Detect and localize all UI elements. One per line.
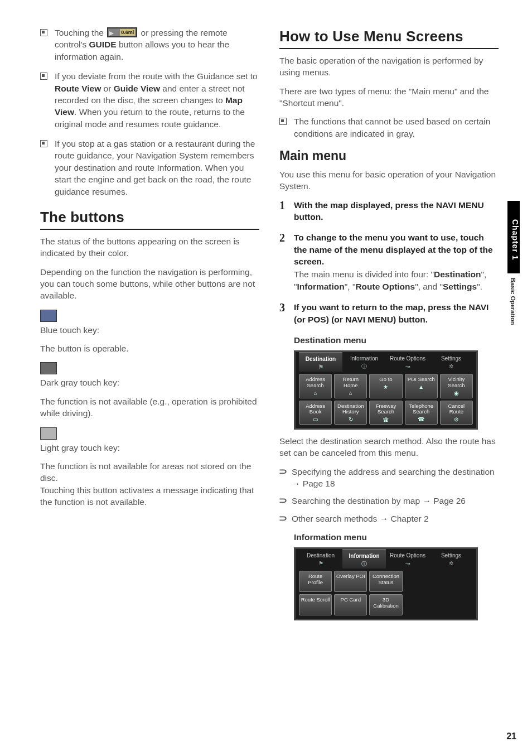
btn-go-to[interactable]: Go to★ [369, 374, 402, 398]
link-map-search: Searching the destination by map → Page … [279, 495, 499, 507]
use-p2: There are two types of menu: the "Main m… [279, 85, 499, 109]
key-dark-desc: The function is not available (e.g., ope… [40, 396, 259, 420]
flag-icon: ⚑ [300, 364, 341, 370]
btn-poi-search[interactable]: POI Search▲ [405, 374, 438, 398]
bold: Route View [55, 84, 101, 93]
label: Overlay POI [336, 573, 365, 579]
star-icon: ★ [371, 384, 400, 391]
text: Touching the [55, 28, 106, 37]
btn-return-home[interactable]: Return Home⌂ [334, 374, 367, 398]
text: Searching the destination by map [292, 496, 422, 505]
key-blue-title: Blue touch key: [40, 324, 259, 336]
btn-telephone-search[interactable]: Telephone Search☎ [405, 401, 438, 425]
text: button. [294, 212, 323, 221]
step-1: 1 With the map displayed, press the NAVI… [279, 199, 499, 223]
bold: Route Options [355, 282, 415, 291]
tab-label: Settings [441, 355, 461, 362]
heading-the-buttons: The buttons [40, 208, 259, 230]
tab-settings[interactable]: Settings✲ [429, 549, 473, 569]
bold: Settings [443, 282, 477, 291]
text: ", and " [415, 282, 443, 291]
dest-desc: Select the destination search method. Al… [279, 435, 499, 459]
heading-main-menu: Main menu [279, 147, 499, 165]
route-icon: ↝ [387, 364, 428, 369]
text: ". [477, 282, 482, 291]
btn-connection-status[interactable]: Connection Status [369, 571, 402, 592]
flag-icon: ⚑ [300, 561, 341, 566]
tab-label: Route Options [390, 552, 425, 558]
tab-label: Information [350, 355, 378, 362]
text: ", " [345, 282, 356, 291]
bold: Guide View [114, 84, 160, 93]
step-number: 2 [279, 230, 285, 246]
heading-how-to-use: How to Use Menu Screens [279, 27, 499, 49]
step-3: 3 If you want to return to the map, pres… [279, 301, 499, 325]
label: Telephone Search [409, 403, 433, 415]
btn-cancel-route[interactable]: Cancel Route⊘ [440, 401, 473, 425]
btn-route-profile[interactable]: Route Profile [299, 571, 332, 592]
freeway-icon: 🛣 [371, 416, 400, 423]
buttons-intro-1: The status of the buttons appearing on t… [40, 235, 259, 259]
key-dark-title: Dark gray touch key: [40, 377, 259, 388]
ref: Page 18 [303, 479, 335, 488]
gear-icon: ✲ [431, 561, 472, 566]
btn-freeway-search[interactable]: Freeway Search🛣 [369, 401, 402, 425]
key-light-desc: The function is not available for areas … [40, 460, 259, 508]
info-icon: ⓘ [344, 364, 385, 369]
btn-pc-card[interactable]: PC Card [334, 594, 367, 615]
tab-label: Destination [306, 356, 336, 362]
left-column: Touching the 0.6mi or pressing the remot… [40, 27, 259, 626]
label: Address Book [306, 403, 325, 415]
guide-distance-icon: 0.6mi [107, 27, 137, 37]
btn-address-search[interactable]: Address Search⌂ [299, 374, 332, 398]
btn-route-scroll[interactable]: Route Scroll [299, 594, 332, 615]
text: or [101, 84, 113, 93]
label: Return Home [343, 376, 359, 388]
bold: Information [297, 282, 345, 291]
right-column: How to Use Menu Screens The basic operat… [279, 27, 499, 626]
tab-label: Destination [307, 552, 335, 558]
section-tab: Basic Operation [507, 278, 516, 325]
text: To change to the menu you want to use, t… [294, 233, 493, 266]
tab-destination[interactable]: Destination⚑ [299, 549, 342, 569]
step-number: 3 [279, 300, 285, 316]
label: Vicinity Search [448, 376, 465, 388]
step-number: 1 [279, 198, 285, 214]
btn-address-book[interactable]: Address Book▭ [299, 401, 332, 425]
buttons-intro-2: Depending on the function the navigation… [40, 266, 259, 302]
tab-settings[interactable]: Settings✲ [429, 352, 473, 372]
arrow-icon: → [422, 496, 433, 505]
btn-vicinity-search[interactable]: Vicinity Search◉ [440, 374, 473, 398]
label: Cancel Route [448, 403, 465, 415]
btn-overlay-poi[interactable]: Overlay POI [334, 571, 367, 592]
use-bullet: The functions that cannot be used based … [279, 115, 499, 139]
label: Freeway Search [376, 403, 396, 415]
arrow-icon: → [292, 479, 303, 488]
tab-information[interactable]: Informationⓘ [342, 352, 386, 372]
bullet-guide: Touching the 0.6mi or pressing the remot… [40, 27, 259, 62]
tab-label: Route Options [390, 355, 425, 362]
link-other-search: Other search methods → Chapter 2 [279, 513, 499, 524]
bullet-resume: If you stop at a gas station or a restau… [40, 138, 259, 198]
text: The functions that cannot be used based … [294, 117, 490, 138]
btn-destination-history[interactable]: Destination History↻ [334, 401, 367, 425]
tab-information[interactable]: Informationⓘ [342, 549, 386, 569]
text: If you want to return to the map, press … [294, 302, 468, 312]
label: Go to [379, 376, 392, 382]
bold: Destination [434, 269, 481, 279]
swatch-dark-gray [40, 362, 57, 374]
tab-route-options[interactable]: Route Options↝ [386, 549, 429, 569]
label: 3D Calibration [373, 596, 398, 609]
ref: Chapter 2 [390, 514, 428, 523]
text: The main menu is divided into four: " [294, 269, 434, 279]
tab-destination[interactable]: Destination⚑ [299, 352, 342, 372]
route-icon: ↝ [387, 561, 428, 566]
heading-information-menu: Information menu [294, 531, 499, 543]
arrow-icon: → [380, 514, 391, 523]
btn-3d-calibration[interactable]: 3D Calibration [369, 594, 402, 615]
bullet-deviate: If you deviate from the route with the G… [40, 70, 259, 130]
history-icon: ↻ [336, 416, 365, 423]
swatch-light-gray [40, 427, 57, 440]
text: Specifying the address and searching the… [292, 467, 495, 476]
tab-route-options[interactable]: Route Options↝ [386, 352, 429, 372]
